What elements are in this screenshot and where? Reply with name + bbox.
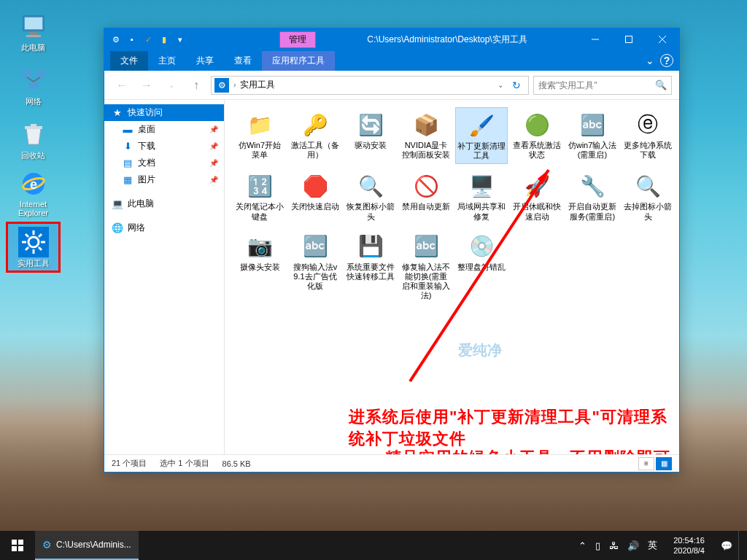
qat-icon[interactable]: ⚙ [109,32,123,47]
tray-volume-icon[interactable]: 🔊 [627,540,639,551]
desktop-icon-tools[interactable]: 实用工具 [6,222,61,273]
show-desktop-button[interactable] [738,531,747,560]
nav-quick-access[interactable]: ★ 快速访问 [104,104,224,121]
file-item[interactable]: 💾系统重要文件快速转移工具 [344,229,397,304]
ribbon-expand-icon[interactable]: ⌄ [646,55,654,66]
nav-pictures[interactable]: ▦图片📌 [104,171,224,188]
tray-battery-icon[interactable]: ▯ [595,540,600,551]
pin-icon: 📌 [209,159,218,167]
file-item[interactable]: 🔍去掉图标小箭头 [622,168,674,224]
file-item[interactable]: 🔤仿win7输入法(需重启) [566,107,619,164]
file-item[interactable]: 🟢查看系统激活状态 [511,107,563,164]
address-bar: ← → ⌄ ↑ ⚙ › 实用工具 ⌄ ↻ 🔍 [104,71,679,100]
file-item[interactable]: ⓔ更多纯净系统下载 [622,107,674,164]
svg-text:e: e [29,177,36,192]
nav-label: 快速访问 [128,106,163,119]
ribbon-tab-view[interactable]: 查看 [224,51,262,71]
download-icon: ⬇ [122,141,133,152]
file-item[interactable]: 💿整理盘符错乱 [455,229,508,304]
forward-button[interactable]: → [136,75,157,96]
breadcrumb-dropdown[interactable]: ⌄ [493,81,508,89]
file-item[interactable]: 🔄驱动安装 [344,107,397,164]
file-item[interactable]: 🔤搜狗输入法v9.1去广告优化版 [289,229,341,304]
file-icon: 📁 [245,110,274,139]
start-button[interactable] [0,531,35,560]
list-view-button[interactable]: ≡ [638,457,654,470]
window-controls [578,28,679,50]
desktop-icon-label: 此电脑 [21,43,45,52]
breadcrumb-bar[interactable]: ⚙ › 实用工具 ⌄ ↻ [211,76,529,95]
file-item[interactable]: 🔧开启自动更新服务(需重启) [566,168,619,224]
file-label: 关闭笔记本小键盘 [235,202,285,221]
maximize-button[interactable] [612,28,646,50]
ribbon-tab-home[interactable]: 主页 [148,51,186,71]
desktop-icon-network[interactable]: 网络 [6,60,61,111]
nav-downloads[interactable]: ⬇下载📌 [104,138,224,155]
help-icon[interactable]: ? [660,54,673,67]
tray-ime[interactable]: 英 [648,539,657,552]
back-button[interactable]: ← [112,75,132,96]
file-label: 仿Win7开始菜单 [235,141,285,160]
file-icon: 🔢 [245,171,274,201]
tray-network-icon[interactable]: 🖧 [609,540,619,551]
file-item[interactable]: 🔤修复输入法不能切换(需重启和重装输入法) [400,229,452,304]
desktop-icon-ie[interactable]: e Internet Explorer [6,168,61,219]
svg-rect-30 [12,540,17,545]
desktop-icon-recycle-bin[interactable]: 回收站 [6,114,61,165]
nav-desktop[interactable]: ▬桌面📌 [104,121,224,138]
titlebar[interactable]: ⚙ ▪ ✓ ▮ ▾ 管理 C:\Users\Administrator\Desk… [104,28,679,50]
up-button[interactable]: ↑ [186,75,206,96]
file-icon: 🔑 [301,110,330,139]
file-label: 开启休眠和快速启动 [512,202,562,221]
file-item[interactable]: 🔍恢复图标小箭头 [344,168,397,224]
minimize-button[interactable] [578,28,612,50]
qat-check-icon[interactable]: ✓ [141,32,155,47]
breadcrumb-segment[interactable]: 实用工具 [237,79,278,91]
nav-label: 此电脑 [128,198,154,210]
file-item[interactable]: 📁仿Win7开始菜单 [233,107,286,164]
tray-chevron-icon[interactable]: ⌃ [578,540,587,551]
file-item[interactable]: 🖌️补丁更新清理工具 [455,107,508,164]
file-item[interactable]: 🛑关闭快速启动 [289,168,341,224]
nav-network[interactable]: 🌐网络 [104,219,224,236]
desktop-icon-this-pc[interactable]: 此电脑 [6,6,61,57]
navigation-pane: ★ 快速访问 ▬桌面📌 ⬇下载📌 ▤文档📌 ▦图片📌 💻此电脑 🌐网络 [104,100,225,454]
notification-icon[interactable]: 💬 [721,540,732,551]
refresh-button[interactable]: ↻ [508,79,525,91]
search-icon[interactable]: 🔍 [655,79,667,90]
file-label: 去掉图标小箭头 [623,202,673,221]
file-icon: 🔍 [356,171,385,201]
file-pane[interactable]: 📁仿Win7开始菜单🔑激活工具（备用）🔄驱动安装📦NVIDIA显卡控制面板安装🖌… [225,100,679,454]
svg-rect-5 [35,70,45,77]
search-input[interactable] [538,80,655,90]
qat-dropdown-icon[interactable]: ▾ [173,32,187,47]
file-item[interactable]: 🖥️局域网共享和修复 [455,168,508,224]
icon-view-button[interactable]: ▦ [656,457,672,470]
file-item[interactable]: 📷摄像头安装 [233,229,286,304]
file-item[interactable]: 🔢关闭笔记本小键盘 [233,168,286,224]
file-item[interactable]: 📦NVIDIA显卡控制面板安装 [400,107,452,164]
nav-this-pc[interactable]: 💻此电脑 [104,195,224,212]
svg-rect-1 [25,18,42,29]
file-label: 局域网共享和修复 [457,202,506,221]
taskbar: ⚙ C:\Users\Adminis... ⌃ ▯ 🖧 🔊 英 20:54:16… [0,531,747,560]
qat-icon[interactable]: ▪ [125,32,139,47]
close-button[interactable] [646,28,679,50]
file-label: 驱动安装 [355,141,387,150]
taskbar-task-explorer[interactable]: ⚙ C:\Users\Adminis... [35,531,139,560]
file-item[interactable]: 🚀开启休眠和快速启动 [511,168,563,224]
chevron-icon[interactable]: › [232,81,237,89]
file-label: 禁用自动更新 [402,202,450,211]
file-item[interactable]: 🚫禁用自动更新 [400,168,452,224]
recent-dropdown[interactable]: ⌄ [161,75,182,96]
ribbon-tab-share[interactable]: 共享 [186,51,224,71]
file-label: 搜狗输入法v9.1去广告优化版 [290,262,340,292]
ribbon-tab-file[interactable]: 文件 [110,51,148,71]
file-item[interactable]: 🔑激活工具（备用） [289,107,341,164]
search-box[interactable]: 🔍 [533,76,672,95]
pin-icon: 📌 [209,125,218,133]
ribbon-tab-apptools[interactable]: 应用程序工具 [262,51,335,71]
qat-folder-icon[interactable]: ▮ [157,32,171,47]
nav-documents[interactable]: ▤文档📌 [104,155,224,171]
taskbar-clock[interactable]: 20:54:16 2020/8/4 [666,535,712,556]
